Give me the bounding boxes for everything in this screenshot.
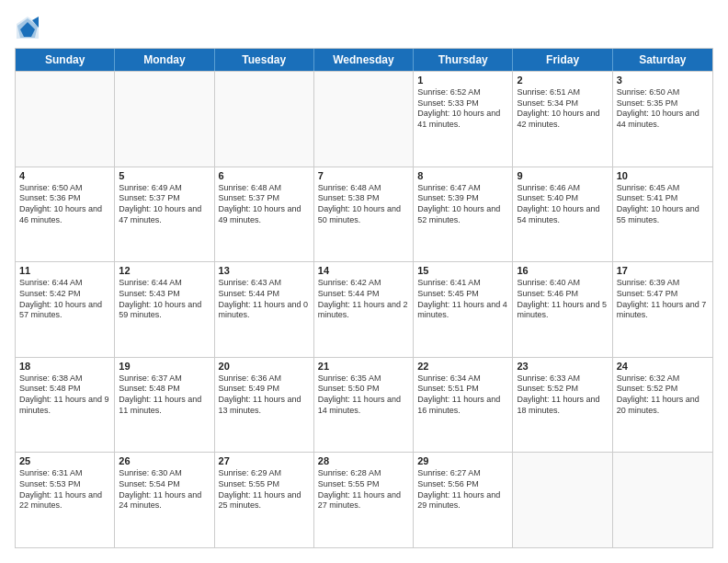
day-number: 1 — [417, 75, 508, 86]
cell-text: Sunrise: 6:35 AM Sunset: 5:50 PM Dayligh… — [318, 373, 409, 417]
day-number: 18 — [19, 361, 110, 372]
cell-text: Sunrise: 6:38 AM Sunset: 5:48 PM Dayligh… — [19, 373, 110, 417]
calendar-row-5: 25Sunrise: 6:31 AM Sunset: 5:53 PM Dayli… — [16, 452, 712, 547]
calendar-cell: 17Sunrise: 6:39 AM Sunset: 5:47 PM Dayli… — [613, 262, 712, 357]
calendar-cell: 5Sunrise: 6:49 AM Sunset: 5:37 PM Daylig… — [115, 167, 214, 262]
day-number: 28 — [318, 455, 409, 466]
cell-text: Sunrise: 6:33 AM Sunset: 5:52 PM Dayligh… — [517, 373, 608, 417]
calendar-cell: 21Sunrise: 6:35 AM Sunset: 5:50 PM Dayli… — [314, 358, 414, 453]
calendar-cell: 25Sunrise: 6:31 AM Sunset: 5:53 PM Dayli… — [16, 453, 115, 547]
day-number: 21 — [318, 361, 409, 372]
day-number: 15 — [417, 265, 508, 276]
calendar-cell — [314, 72, 414, 167]
calendar-cell: 28Sunrise: 6:28 AM Sunset: 5:55 PM Dayli… — [314, 453, 414, 547]
day-number: 4 — [19, 170, 110, 181]
calendar-cell: 9Sunrise: 6:46 AM Sunset: 5:40 PM Daylig… — [513, 167, 612, 262]
calendar-cell: 10Sunrise: 6:45 AM Sunset: 5:41 PM Dayli… — [613, 167, 712, 262]
day-number: 29 — [417, 455, 508, 466]
calendar-cell: 11Sunrise: 6:44 AM Sunset: 5:42 PM Dayli… — [16, 262, 115, 357]
header-cell-saturday: Saturday — [613, 49, 712, 71]
cell-text: Sunrise: 6:50 AM Sunset: 5:36 PM Dayligh… — [19, 183, 110, 226]
day-number: 16 — [517, 265, 608, 276]
day-number: 2 — [517, 75, 608, 86]
day-number: 5 — [119, 170, 210, 181]
logo — [15, 15, 44, 40]
calendar-cell: 24Sunrise: 6:32 AM Sunset: 5:52 PM Dayli… — [613, 358, 712, 453]
day-number: 9 — [517, 170, 608, 181]
day-number: 11 — [19, 265, 110, 276]
cell-text: Sunrise: 6:47 AM Sunset: 5:39 PM Dayligh… — [417, 183, 508, 226]
day-number: 6 — [219, 170, 310, 181]
cell-text: Sunrise: 6:52 AM Sunset: 5:33 PM Dayligh… — [417, 87, 508, 131]
day-number: 13 — [219, 265, 310, 276]
calendar-cell — [613, 453, 712, 547]
cell-text: Sunrise: 6:48 AM Sunset: 5:38 PM Dayligh… — [318, 183, 409, 226]
calendar-row-1: 1Sunrise: 6:52 AM Sunset: 5:33 PM Daylig… — [16, 71, 712, 167]
calendar-cell: 29Sunrise: 6:27 AM Sunset: 5:56 PM Dayli… — [414, 453, 513, 547]
cell-text: Sunrise: 6:39 AM Sunset: 5:47 PM Dayligh… — [617, 278, 709, 321]
cell-text: Sunrise: 6:42 AM Sunset: 5:44 PM Dayligh… — [318, 278, 409, 321]
cell-text: Sunrise: 6:37 AM Sunset: 5:48 PM Dayligh… — [119, 373, 210, 417]
calendar-cell: 16Sunrise: 6:40 AM Sunset: 5:46 PM Dayli… — [513, 262, 612, 357]
calendar-cell: 18Sunrise: 6:38 AM Sunset: 5:48 PM Dayli… — [16, 358, 115, 453]
header-cell-sunday: Sunday — [16, 49, 115, 71]
calendar-header: SundayMondayTuesdayWednesdayThursdayFrid… — [16, 49, 712, 71]
calendar-cell: 4Sunrise: 6:50 AM Sunset: 5:36 PM Daylig… — [16, 167, 115, 262]
calendar-cell: 23Sunrise: 6:33 AM Sunset: 5:52 PM Dayli… — [513, 358, 612, 453]
calendar-cell: 20Sunrise: 6:36 AM Sunset: 5:49 PM Dayli… — [215, 358, 314, 453]
calendar-cell: 7Sunrise: 6:48 AM Sunset: 5:38 PM Daylig… — [314, 167, 414, 262]
calendar-cell: 19Sunrise: 6:37 AM Sunset: 5:48 PM Dayli… — [115, 358, 214, 453]
calendar-cell: 15Sunrise: 6:41 AM Sunset: 5:45 PM Dayli… — [414, 262, 513, 357]
header-cell-monday: Monday — [115, 49, 214, 71]
calendar-cell — [513, 453, 612, 547]
day-number: 7 — [318, 170, 409, 181]
calendar-cell: 8Sunrise: 6:47 AM Sunset: 5:39 PM Daylig… — [414, 167, 513, 262]
calendar-cell — [215, 72, 314, 167]
calendar-cell: 3Sunrise: 6:50 AM Sunset: 5:35 PM Daylig… — [613, 72, 712, 167]
cell-text: Sunrise: 6:46 AM Sunset: 5:40 PM Dayligh… — [517, 183, 608, 226]
day-number: 27 — [219, 455, 310, 466]
cell-text: Sunrise: 6:29 AM Sunset: 5:55 PM Dayligh… — [219, 468, 310, 511]
day-number: 23 — [517, 361, 608, 372]
day-number: 25 — [19, 455, 110, 466]
cell-text: Sunrise: 6:30 AM Sunset: 5:54 PM Dayligh… — [119, 468, 210, 511]
calendar-cell: 14Sunrise: 6:42 AM Sunset: 5:44 PM Dayli… — [314, 262, 414, 357]
calendar-cell: 13Sunrise: 6:43 AM Sunset: 5:44 PM Dayli… — [215, 262, 314, 357]
day-number: 12 — [119, 265, 210, 276]
cell-text: Sunrise: 6:34 AM Sunset: 5:51 PM Dayligh… — [417, 373, 508, 417]
logo-icon — [15, 15, 40, 40]
cell-text: Sunrise: 6:44 AM Sunset: 5:42 PM Dayligh… — [19, 278, 110, 321]
cell-text: Sunrise: 6:28 AM Sunset: 5:55 PM Dayligh… — [318, 468, 409, 511]
calendar-row-2: 4Sunrise: 6:50 AM Sunset: 5:36 PM Daylig… — [16, 167, 712, 262]
cell-text: Sunrise: 6:36 AM Sunset: 5:49 PM Dayligh… — [219, 373, 310, 417]
calendar-row-3: 11Sunrise: 6:44 AM Sunset: 5:42 PM Dayli… — [16, 261, 712, 357]
calendar-cell: 27Sunrise: 6:29 AM Sunset: 5:55 PM Dayli… — [215, 453, 314, 547]
day-number: 20 — [219, 361, 310, 372]
calendar-body: 1Sunrise: 6:52 AM Sunset: 5:33 PM Daylig… — [16, 71, 712, 547]
day-number: 8 — [417, 170, 508, 181]
calendar-cell: 12Sunrise: 6:44 AM Sunset: 5:43 PM Dayli… — [115, 262, 214, 357]
cell-text: Sunrise: 6:31 AM Sunset: 5:53 PM Dayligh… — [19, 468, 110, 511]
cell-text: Sunrise: 6:27 AM Sunset: 5:56 PM Dayligh… — [417, 468, 508, 511]
day-number: 14 — [318, 265, 409, 276]
header-cell-wednesday: Wednesday — [314, 49, 414, 71]
cell-text: Sunrise: 6:45 AM Sunset: 5:41 PM Dayligh… — [617, 183, 709, 226]
day-number: 3 — [617, 75, 709, 86]
header-cell-friday: Friday — [513, 49, 612, 71]
calendar-cell: 26Sunrise: 6:30 AM Sunset: 5:54 PM Dayli… — [115, 453, 214, 547]
calendar-cell: 1Sunrise: 6:52 AM Sunset: 5:33 PM Daylig… — [414, 72, 513, 167]
cell-text: Sunrise: 6:50 AM Sunset: 5:35 PM Dayligh… — [617, 87, 709, 131]
calendar-cell — [16, 72, 115, 167]
day-number: 22 — [417, 361, 508, 372]
calendar-cell: 6Sunrise: 6:48 AM Sunset: 5:37 PM Daylig… — [215, 167, 314, 262]
calendar-row-4: 18Sunrise: 6:38 AM Sunset: 5:48 PM Dayli… — [16, 357, 712, 453]
cell-text: Sunrise: 6:43 AM Sunset: 5:44 PM Dayligh… — [219, 278, 310, 321]
page: SundayMondayTuesdayWednesdayThursdayFrid… — [0, 0, 728, 563]
day-number: 26 — [119, 455, 210, 466]
day-number: 24 — [617, 361, 709, 372]
header-cell-thursday: Thursday — [414, 49, 513, 71]
cell-text: Sunrise: 6:44 AM Sunset: 5:43 PM Dayligh… — [119, 278, 210, 321]
calendar: SundayMondayTuesdayWednesdayThursdayFrid… — [15, 48, 713, 548]
cell-text: Sunrise: 6:32 AM Sunset: 5:52 PM Dayligh… — [617, 373, 709, 417]
header — [15, 15, 713, 40]
